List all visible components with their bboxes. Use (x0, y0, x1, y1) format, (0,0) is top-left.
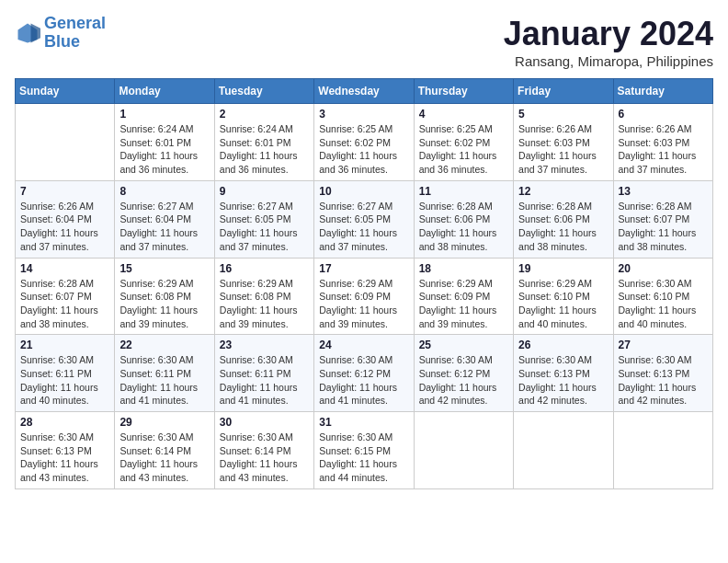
sunset-text: Sunset: 6:12 PM (319, 367, 408, 381)
title-block: January 2024 Ransang, Mimaropa, Philippi… (504, 15, 713, 69)
calendar-cell: 11Sunrise: 6:28 AMSunset: 6:06 PMDayligh… (414, 180, 513, 258)
sunset-text: Sunset: 6:14 PM (220, 444, 309, 458)
sunrise-text: Sunrise: 6:24 AM (220, 122, 309, 136)
sunset-text: Sunset: 6:03 PM (518, 136, 608, 150)
sunset-text: Sunset: 6:11 PM (20, 367, 109, 381)
calendar-cell: 2Sunrise: 6:24 AMSunset: 6:01 PMDaylight… (214, 104, 313, 181)
sunset-text: Sunset: 6:14 PM (119, 444, 209, 458)
daylight-text: Daylight: 11 hours and 36 minutes. (419, 149, 508, 176)
sunset-text: Sunset: 6:10 PM (619, 290, 708, 304)
day-number: 11 (419, 185, 508, 198)
sunrise-text: Sunrise: 6:30 AM (619, 353, 708, 367)
sunset-text: Sunset: 6:05 PM (319, 213, 408, 226)
sunrise-text: Sunrise: 6:29 AM (220, 277, 309, 291)
calendar-cell: 28Sunrise: 6:30 AMSunset: 6:13 PMDayligh… (16, 412, 115, 489)
weekday-header-tuesday: Tuesday (214, 79, 313, 104)
daylight-text: Daylight: 11 hours and 40 minutes. (518, 304, 608, 330)
day-info: Sunrise: 6:26 AMSunset: 6:03 PMDaylight:… (518, 122, 608, 177)
sunset-text: Sunset: 6:03 PM (619, 136, 708, 150)
logo-icon (15, 20, 40, 46)
calendar-table: SundayMondayTuesdayWednesdayThursdayFrid… (15, 78, 713, 489)
day-number: 23 (220, 339, 309, 351)
day-number: 21 (20, 339, 109, 351)
calendar-cell: 16Sunrise: 6:29 AMSunset: 6:08 PMDayligh… (214, 258, 313, 335)
day-info: Sunrise: 6:30 AMSunset: 6:14 PMDaylight:… (220, 431, 309, 485)
day-info: Sunrise: 6:29 AMSunset: 6:08 PMDaylight:… (119, 277, 209, 331)
weekday-header-sunday: Sunday (16, 79, 115, 104)
sunrise-text: Sunrise: 6:25 AM (419, 122, 508, 136)
calendar-cell: 27Sunrise: 6:30 AMSunset: 6:13 PMDayligh… (613, 335, 712, 412)
sunrise-text: Sunrise: 6:26 AM (518, 122, 608, 136)
daylight-text: Daylight: 11 hours and 37 minutes. (319, 226, 408, 253)
day-info: Sunrise: 6:29 AMSunset: 6:08 PMDaylight:… (220, 277, 309, 331)
daylight-text: Daylight: 11 hours and 42 minutes. (518, 381, 608, 408)
logo: General Blue (15, 15, 106, 52)
sunrise-text: Sunrise: 6:29 AM (419, 277, 508, 291)
day-info: Sunrise: 6:27 AMSunset: 6:05 PMDaylight:… (220, 200, 309, 254)
sunrise-text: Sunrise: 6:30 AM (20, 431, 109, 444)
calendar-cell: 5Sunrise: 6:26 AMSunset: 6:03 PMDaylight… (514, 104, 613, 181)
svg-marker-1 (31, 23, 41, 42)
sunset-text: Sunset: 6:13 PM (20, 444, 109, 458)
day-number: 22 (119, 339, 209, 351)
daylight-text: Daylight: 11 hours and 42 minutes. (419, 381, 508, 408)
calendar-cell (16, 104, 115, 181)
daylight-text: Daylight: 11 hours and 40 minutes. (619, 304, 708, 330)
day-number: 26 (518, 339, 608, 351)
calendar-cell: 15Sunrise: 6:29 AMSunset: 6:08 PMDayligh… (115, 258, 214, 335)
sunrise-text: Sunrise: 6:27 AM (119, 200, 209, 213)
weekday-header-thursday: Thursday (414, 79, 513, 104)
calendar-cell: 1Sunrise: 6:24 AMSunset: 6:01 PMDaylight… (115, 104, 214, 181)
sunrise-text: Sunrise: 6:30 AM (518, 353, 608, 367)
day-number: 27 (619, 339, 708, 351)
day-number: 13 (619, 185, 708, 198)
day-number: 18 (419, 262, 508, 275)
sunset-text: Sunset: 6:11 PM (220, 367, 309, 381)
page-header: General Blue January 2024 Ransang, Mimar… (15, 15, 713, 69)
day-number: 7 (20, 185, 109, 198)
calendar-cell (514, 412, 613, 489)
calendar-cell: 4Sunrise: 6:25 AMSunset: 6:02 PMDaylight… (414, 104, 513, 181)
daylight-text: Daylight: 11 hours and 44 minutes. (319, 457, 408, 484)
day-number: 1 (119, 108, 209, 121)
logo-text: General Blue (44, 15, 106, 52)
weekday-header-monday: Monday (115, 79, 214, 104)
day-number: 19 (518, 262, 608, 275)
daylight-text: Daylight: 11 hours and 41 minutes. (319, 381, 408, 408)
day-number: 25 (419, 339, 508, 351)
day-info: Sunrise: 6:28 AMSunset: 6:07 PMDaylight:… (619, 200, 708, 254)
sunrise-text: Sunrise: 6:30 AM (119, 431, 209, 444)
daylight-text: Daylight: 11 hours and 41 minutes. (119, 381, 209, 408)
day-number: 29 (119, 416, 209, 429)
daylight-text: Daylight: 11 hours and 36 minutes. (119, 149, 209, 176)
day-number: 20 (619, 262, 708, 275)
sunset-text: Sunset: 6:09 PM (419, 290, 508, 304)
sunrise-text: Sunrise: 6:28 AM (20, 277, 109, 291)
month-title: January 2024 (504, 15, 713, 53)
daylight-text: Daylight: 11 hours and 36 minutes. (319, 149, 408, 176)
day-info: Sunrise: 6:30 AMSunset: 6:13 PMDaylight:… (518, 353, 608, 408)
sunrise-text: Sunrise: 6:30 AM (220, 353, 309, 367)
day-number: 9 (220, 185, 309, 198)
sunrise-text: Sunrise: 6:30 AM (319, 353, 408, 367)
sunrise-text: Sunrise: 6:27 AM (220, 200, 309, 213)
sunrise-text: Sunrise: 6:29 AM (319, 277, 408, 291)
day-number: 10 (319, 185, 408, 198)
day-info: Sunrise: 6:25 AMSunset: 6:02 PMDaylight:… (419, 122, 508, 177)
sunrise-text: Sunrise: 6:30 AM (119, 353, 209, 367)
day-number: 16 (220, 262, 309, 275)
sunset-text: Sunset: 6:02 PM (319, 136, 408, 150)
daylight-text: Daylight: 11 hours and 43 minutes. (119, 457, 209, 484)
calendar-cell: 31Sunrise: 6:30 AMSunset: 6:15 PMDayligh… (314, 412, 414, 489)
sunrise-text: Sunrise: 6:29 AM (518, 277, 608, 291)
sunrise-text: Sunrise: 6:30 AM (20, 353, 109, 367)
day-number: 12 (518, 185, 608, 198)
daylight-text: Daylight: 11 hours and 37 minutes. (119, 226, 209, 253)
daylight-text: Daylight: 11 hours and 39 minutes. (319, 304, 408, 330)
day-info: Sunrise: 6:30 AMSunset: 6:10 PMDaylight:… (619, 277, 708, 331)
location-title: Ransang, Mimaropa, Philippines (504, 53, 713, 69)
sunset-text: Sunset: 6:08 PM (220, 290, 309, 304)
calendar-cell: 8Sunrise: 6:27 AMSunset: 6:04 PMDaylight… (115, 180, 214, 258)
day-info: Sunrise: 6:30 AMSunset: 6:13 PMDaylight:… (619, 353, 708, 408)
sunrise-text: Sunrise: 6:28 AM (619, 200, 708, 213)
